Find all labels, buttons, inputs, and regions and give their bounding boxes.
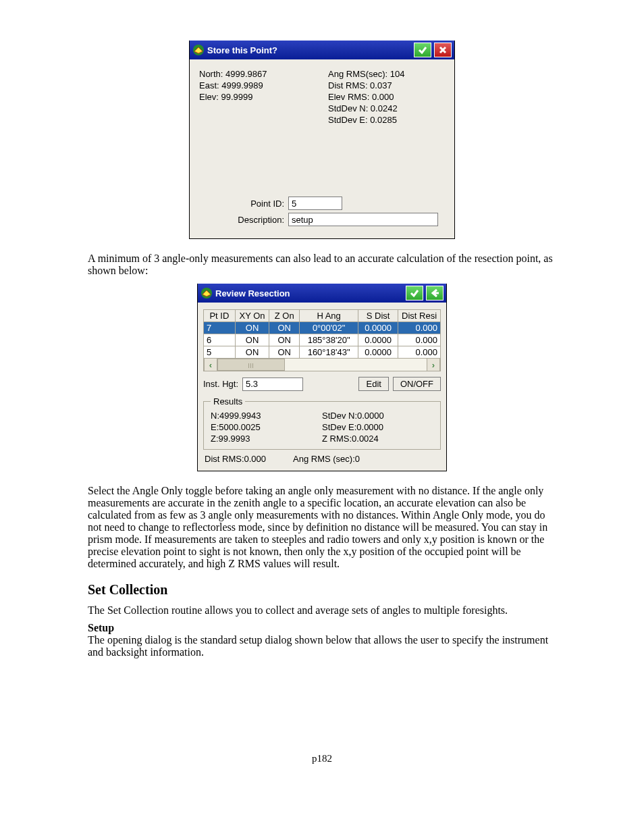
description-input[interactable] <box>288 213 438 226</box>
col-dres[interactable]: Dist Resi <box>398 310 441 322</box>
body-paragraph: The Set Collection routine allows you to… <box>88 604 556 617</box>
result-zrms: Z RMS:0.0024 <box>322 434 433 444</box>
table-cell: 0°00'02" <box>300 322 358 334</box>
result-z: Z:99.9993 <box>211 434 322 444</box>
table-cell: ON <box>235 346 269 359</box>
back-button[interactable] <box>426 286 444 301</box>
table-row[interactable]: 6ONON185°38'20"0.00000.000 <box>204 334 441 346</box>
result-stdev-n: StDev N:0.0000 <box>322 411 433 421</box>
col-zon[interactable]: Z On <box>269 310 300 322</box>
table-cell: 0.0000 <box>358 346 398 359</box>
col-ptid[interactable]: Pt ID <box>204 310 236 322</box>
point-id-input[interactable] <box>288 197 342 210</box>
ok-button[interactable] <box>414 43 431 57</box>
point-id-label: Point ID: <box>199 199 288 209</box>
app-logo-icon <box>192 44 205 56</box>
result-n: N:4999.9943 <box>211 411 322 421</box>
dist-rms-value: Dist RMS: 0.037 <box>328 80 445 90</box>
horizontal-scrollbar[interactable]: ‹ › <box>203 359 441 371</box>
dialog-title: Review Resection <box>215 288 403 298</box>
north-value: North: 4999.9867 <box>199 69 316 79</box>
table-cell: 7 <box>204 322 236 334</box>
coordinate-block: North: 4999.9867 East: 4999.9989 Elev: 9… <box>199 68 316 126</box>
table-cell: 5 <box>204 346 236 359</box>
table-row[interactable]: 7ONON0°00'02"0.00000.000 <box>204 322 441 334</box>
results-legend: Results <box>211 396 245 407</box>
result-dist-rms: Dist RMS:0.000 <box>205 454 266 464</box>
result-stdev-e: StDev E:0.0000 <box>322 422 433 432</box>
rms-block: Ang RMS(sec): 104 Dist RMS: 0.037 Elev R… <box>328 68 445 126</box>
table-cell: 160°18'43" <box>300 346 358 359</box>
app-logo-icon <box>200 287 213 299</box>
table-cell: ON <box>269 322 300 334</box>
col-xyon[interactable]: XY On <box>235 310 269 322</box>
setup-subhead: Setup <box>88 622 114 633</box>
table-cell: 185°38'20" <box>300 334 358 346</box>
dialog-titlebar: Store this Point? <box>190 41 454 59</box>
edit-button[interactable]: Edit <box>358 377 388 391</box>
section-heading: Set Collection <box>88 582 556 598</box>
setup-paragraph: The opening dialog is the standard setup… <box>88 634 548 658</box>
table-cell: ON <box>235 334 269 346</box>
resection-table[interactable]: Pt ID XY On Z On H Ang S Dist Dist Resi … <box>203 309 441 359</box>
table-cell: 0.0000 <box>358 334 398 346</box>
table-cell: 0.000 <box>398 322 441 334</box>
results-group: Results N:4999.9943 StDev N:0.0000 E:500… <box>203 396 441 450</box>
table-cell: 0.000 <box>398 346 441 359</box>
table-cell: 0.0000 <box>358 322 398 334</box>
table-header-row: Pt ID XY On Z On H Ang S Dist Dist Resi <box>204 310 441 322</box>
review-resection-dialog: Review Resection Pt ID XY On Z On <box>197 284 447 471</box>
stddev-e-value: StdDev E: 0.0285 <box>328 115 445 125</box>
store-point-dialog: Store this Point? North: 4999.9867 East:… <box>189 41 455 239</box>
table-cell: 0.000 <box>398 334 441 346</box>
body-paragraph: Select the Angle Only toggle before taki… <box>88 485 556 570</box>
onoff-button[interactable]: ON/OFF <box>393 377 441 391</box>
body-paragraph: Setup The opening dialog is the standard… <box>88 622 556 658</box>
ok-button[interactable] <box>406 286 423 301</box>
scroll-right-icon[interactable]: › <box>427 359 440 371</box>
result-ang-rms: Ang RMS (sec):0 <box>293 454 360 464</box>
dialog-titlebar: Review Resection <box>198 284 446 303</box>
stddev-n-value: StdDev N: 0.0242 <box>328 103 445 113</box>
scroll-thumb[interactable] <box>217 359 285 371</box>
table-cell: ON <box>235 322 269 334</box>
description-label: Description: <box>199 215 288 225</box>
scroll-left-icon[interactable]: ‹ <box>204 359 217 371</box>
elev-rms-value: Elev RMS: 0.000 <box>328 92 445 102</box>
page-number: p182 <box>88 753 556 764</box>
elev-value: Elev: 99.9999 <box>199 92 316 102</box>
table-row[interactable]: 5ONON160°18'43"0.00000.000 <box>204 346 441 359</box>
table-cell: 6 <box>204 334 236 346</box>
east-value: East: 4999.9989 <box>199 80 316 90</box>
ang-rms-value: Ang RMS(sec): 104 <box>328 69 445 79</box>
dialog-title: Store this Point? <box>207 45 411 55</box>
cancel-button[interactable] <box>434 43 452 57</box>
result-e: E:5000.0025 <box>211 422 322 432</box>
table-cell: ON <box>269 346 300 359</box>
col-sdist[interactable]: S Dist <box>358 310 398 322</box>
inst-hgt-label: Inst. Hgt: <box>203 379 238 389</box>
body-paragraph: A minimum of 3 angle-only measurements c… <box>88 253 556 277</box>
col-hang[interactable]: H Ang <box>300 310 358 322</box>
inst-hgt-input[interactable] <box>242 377 303 391</box>
table-cell: ON <box>269 334 300 346</box>
